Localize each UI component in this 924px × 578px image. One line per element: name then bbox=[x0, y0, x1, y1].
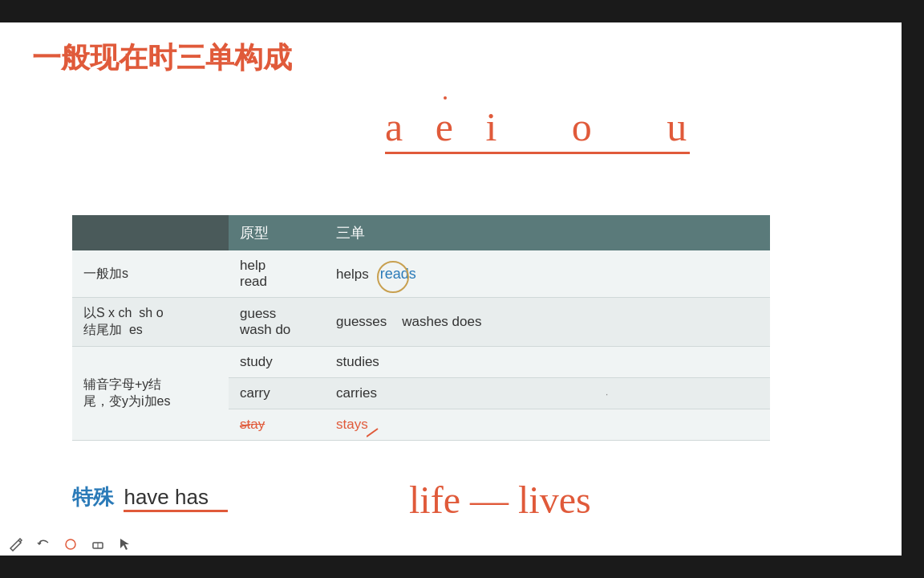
rule-cell: 辅音字母+y结尾，变y为i加es bbox=[72, 347, 229, 441]
vowels-text: a e i o u bbox=[385, 103, 698, 150]
right-bar bbox=[902, 0, 924, 578]
col-header-rule bbox=[72, 215, 229, 250]
vowels-underline bbox=[385, 152, 690, 154]
bottom-bar bbox=[0, 556, 924, 578]
third-cell: guesses washes does bbox=[325, 298, 770, 347]
have-has-text: have has bbox=[124, 485, 209, 510]
shape-icon[interactable] bbox=[63, 536, 79, 552]
original-cell: guesswash do bbox=[229, 298, 325, 347]
page-title: 一般现在时三单构成 bbox=[32, 39, 869, 78]
original-cell: stay bbox=[229, 409, 325, 441]
pencil-icon[interactable] bbox=[8, 536, 24, 552]
undo-icon[interactable] bbox=[35, 536, 51, 552]
table-row: 辅音字母+y结尾，变y为i加es study studies bbox=[72, 347, 770, 378]
rule-cell: 一般加s bbox=[72, 250, 229, 298]
original-cell: helpread bbox=[229, 250, 325, 298]
col-header-original: 原型 bbox=[229, 215, 325, 250]
reads-circle: reads bbox=[380, 266, 416, 283]
table-row: 以S x ch sh o结尾加 es guesswash do guesses … bbox=[72, 298, 770, 347]
vowels-area: a e i o u bbox=[385, 103, 698, 154]
toolbar bbox=[8, 536, 133, 552]
third-cell: stays bbox=[325, 409, 770, 441]
svg-marker-3 bbox=[120, 539, 129, 550]
third-cell: carries · bbox=[325, 378, 770, 409]
top-bar bbox=[0, 0, 924, 22]
original-cell: carry bbox=[229, 378, 325, 409]
reads-text: reads bbox=[380, 266, 416, 282]
life-lives-area: life — lives bbox=[409, 478, 591, 522]
svg-point-0 bbox=[66, 539, 75, 549]
cursor-icon[interactable] bbox=[117, 536, 133, 552]
eraser-icon[interactable] bbox=[90, 536, 106, 552]
third-cell: helps reads bbox=[325, 250, 770, 298]
special-label: 特殊 bbox=[72, 483, 114, 511]
table-row: 一般加s helpread helps reads bbox=[72, 250, 770, 298]
third-cell: studies bbox=[325, 347, 770, 378]
col-header-third: 三单 bbox=[325, 215, 770, 250]
original-cell: study bbox=[229, 347, 325, 378]
life-lives-text: life — lives bbox=[409, 478, 591, 521]
content-area: 一般现在时三单构成 a e i o u 原型 三单 一般加s bbox=[0, 22, 902, 556]
table-container: 原型 三单 一般加s helpread helps reads bbox=[72, 215, 861, 441]
stay-text: st bbox=[240, 417, 250, 433]
grammar-table: 原型 三单 一般加s helpread helps reads bbox=[72, 215, 770, 441]
have-has-underline bbox=[124, 510, 228, 512]
rule-cell: 以S x ch sh o结尾加 es bbox=[72, 298, 229, 347]
